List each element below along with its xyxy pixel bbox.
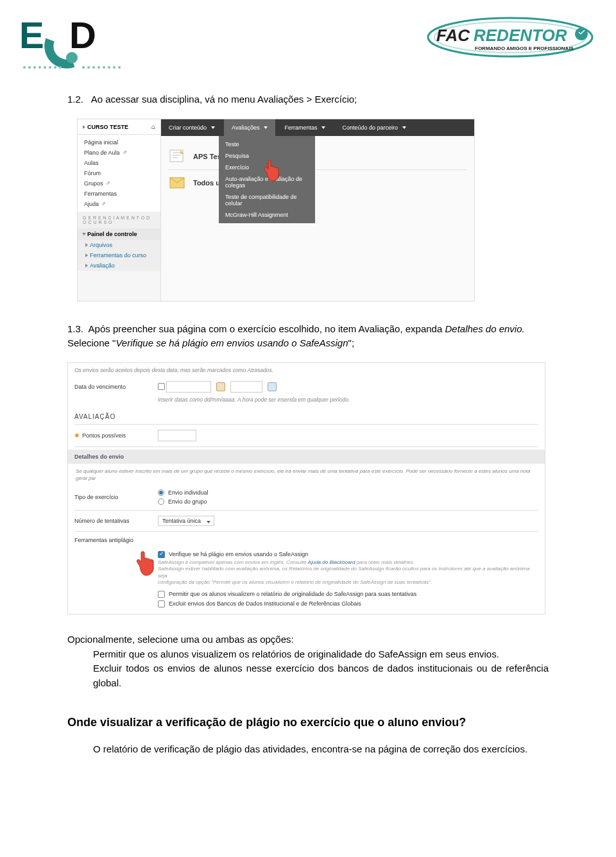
sidebar-item-aulas[interactable]: Aulas	[78, 158, 160, 168]
closing-paragraph: O relatório de verificação de plágio das…	[67, 742, 549, 757]
step-em2: Verifique se há plágio em envios usando …	[116, 337, 348, 348]
external-icon: ⇗	[123, 149, 127, 155]
toolbar-conteudo-parceiro[interactable]: Conteúdo do parceiro	[334, 119, 414, 136]
step-text-part1: Após preencher sua página com o exercíci…	[89, 323, 445, 334]
due-date-label: Data do vencimento	[74, 384, 145, 390]
screenshot-menu-avaliacoes: CURSO TESTE ⌂ Página inicial Plano de Au…	[77, 119, 475, 301]
details-header[interactable]: Detalhes do envio	[68, 450, 545, 464]
clock-icon[interactable]	[268, 382, 277, 391]
ead-globe	[66, 52, 78, 64]
content-item-todos[interactable]: Todos us	[169, 170, 466, 196]
chevron-down-icon	[207, 521, 210, 523]
step-text-part3: ";	[348, 337, 355, 348]
blackboard-help-link[interactable]: Ajuda do Blackboard	[308, 559, 355, 565]
checkbox-icon	[158, 591, 165, 598]
step-num: 1.2.	[67, 94, 83, 105]
envelope-icon	[169, 175, 187, 191]
dropdown-compatibilidade[interactable]: Teste de compatibilidade de celular	[219, 191, 315, 209]
late-note: Os envios serão aceitos depois desta dat…	[68, 363, 545, 377]
tries-select[interactable]: Tentativa única	[158, 516, 214, 526]
svg-point-5	[49, 66, 51, 69]
sidebar-arquivos[interactable]: Arquivos	[78, 240, 160, 250]
pointer-hand-icon	[132, 548, 158, 577]
ead-d: D	[69, 14, 96, 56]
radio-envio-grupo[interactable]: Envio do grupo	[158, 498, 209, 505]
svg-point-0	[23, 66, 26, 69]
sidebar-avaliacao[interactable]: Avaliação	[78, 260, 160, 271]
step-1-2: 1.2. Ao acessar sua disciplina, vá no me…	[67, 92, 549, 107]
toolbar-ferramentas[interactable]: Ferramentas	[277, 119, 333, 136]
course-main: Criar conteúdo Avaliações Ferramentas Co…	[161, 119, 474, 301]
divider	[74, 510, 538, 511]
points-label: ✱Pontos possíveis	[74, 432, 145, 439]
sidebar-item-ferramentas[interactable]: Ferramentas	[78, 189, 160, 199]
dropdown-teste[interactable]: Teste	[219, 139, 315, 150]
ead-e: E	[19, 14, 44, 56]
due-time-input[interactable]	[230, 381, 262, 393]
type-row: Tipo de exercício Envio individual Envio…	[68, 486, 545, 509]
svg-point-15	[118, 66, 121, 69]
optional-options-block: Opcionalmente, selecione uma ou ambas as…	[67, 632, 549, 690]
checkbox-exclude-db[interactable]: Excluir envios dos Bancos de Dados Insti…	[158, 599, 538, 609]
divider	[74, 531, 538, 532]
svg-point-7	[59, 66, 62, 69]
radio-icon	[158, 498, 164, 505]
due-hint: Inserir datas como dd/mm/aaaa. A hora po…	[68, 393, 545, 407]
pointer-hand-icon	[261, 158, 282, 182]
details-info: Se qualquer aluno estiver inscrito em ma…	[68, 464, 545, 486]
checkbox-icon	[158, 600, 165, 607]
due-date-input[interactable]	[166, 381, 211, 393]
due-checkbox[interactable]	[158, 383, 165, 390]
radio-icon	[158, 489, 164, 496]
sidebar-control-panel[interactable]: Painel de controle	[78, 228, 160, 240]
home-icon[interactable]: ⌂	[151, 123, 155, 130]
divider	[74, 424, 538, 425]
step-em1: Detalhes do envio.	[445, 323, 524, 334]
checkbox-permit-view[interactable]: Permitir que os alunos visualizem o rela…	[158, 590, 538, 599]
sidebar-item-forum[interactable]: Fórum	[78, 168, 160, 178]
svg-point-3	[38, 66, 41, 69]
svg-point-1	[28, 66, 31, 69]
calendar-icon[interactable]	[216, 382, 225, 391]
document-icon	[169, 149, 187, 164]
sidebar-item-plano-de-aula[interactable]: Plano de Aula⇗	[78, 148, 160, 158]
page-header: E . D FAC REDENTOR FORMANDO AMIGOS E PRO…	[0, 0, 616, 73]
toolbar-avaliacoes[interactable]: Avaliações	[224, 119, 275, 136]
external-icon: ⇗	[106, 180, 110, 186]
safeassign-note-1: SafeAssign é compatível apenas com envio…	[158, 559, 538, 566]
sidebar-item-ajuda[interactable]: Ajuda⇗	[78, 199, 160, 209]
content-toolbar: Criar conteúdo Avaliações Ferramentas Co…	[161, 119, 474, 136]
logo-ead: E . D	[19, 13, 122, 73]
required-star-icon: ✱	[74, 432, 80, 439]
sidebar-item-grupos[interactable]: Grupos⇗	[78, 178, 160, 189]
course-header: CURSO TESTE ⌂	[78, 119, 160, 135]
points-input[interactable]	[158, 430, 196, 441]
chevron-down-icon	[211, 126, 215, 129]
chevron-down-icon	[321, 126, 325, 129]
logo-fac: FAC	[436, 26, 470, 45]
antiplagio-label: Ferramentas antiplágio	[74, 537, 145, 543]
options-intro: Opcionalmente, selecione uma ou ambas as…	[67, 632, 549, 647]
dropdown-mcgraw[interactable]: McGraw-Hill Assignment	[219, 209, 315, 221]
section-avaliacao: AVALIAÇÃO	[68, 407, 545, 423]
logo-tagline: FORMANDO AMIGOS E PROFISSIONAIS	[475, 46, 574, 51]
content-item-aps-teste[interactable]: APS Teste	[169, 144, 466, 170]
step-text: Ao acessar sua disciplina, vá no menu Av…	[91, 94, 357, 105]
svg-point-12	[103, 66, 105, 69]
type-label: Tipo de exercício	[74, 494, 145, 500]
sidebar-ferramentas-curso[interactable]: Ferramentas do curso	[78, 250, 160, 260]
document-content: 1.2. Ao acessar sua disciplina, vá no me…	[0, 92, 616, 783]
svg-point-14	[113, 66, 116, 69]
sidebar-management-header: G E R E N C I A M E N T O D O C U R S O	[78, 212, 160, 228]
svg-point-8	[82, 66, 85, 69]
radio-envio-individual[interactable]: Envio individual	[158, 489, 209, 496]
tries-row: Número de tentativas Tentativa única	[68, 512, 545, 530]
checkbox-safeassign-main[interactable]: Verifique se há plágio em envios usando …	[158, 550, 538, 559]
sidebar-item-pagina-inicial[interactable]: Página inicial	[78, 137, 160, 148]
svg-point-10	[92, 66, 95, 69]
toolbar-criar-conteudo[interactable]: Criar conteúdo	[161, 119, 223, 136]
course-title: CURSO TESTE	[87, 124, 128, 130]
step-1-3: 1.3. Após preencher sua página com o exe…	[67, 322, 549, 351]
chevron-down-icon	[264, 126, 268, 129]
svg-point-4	[44, 66, 46, 69]
